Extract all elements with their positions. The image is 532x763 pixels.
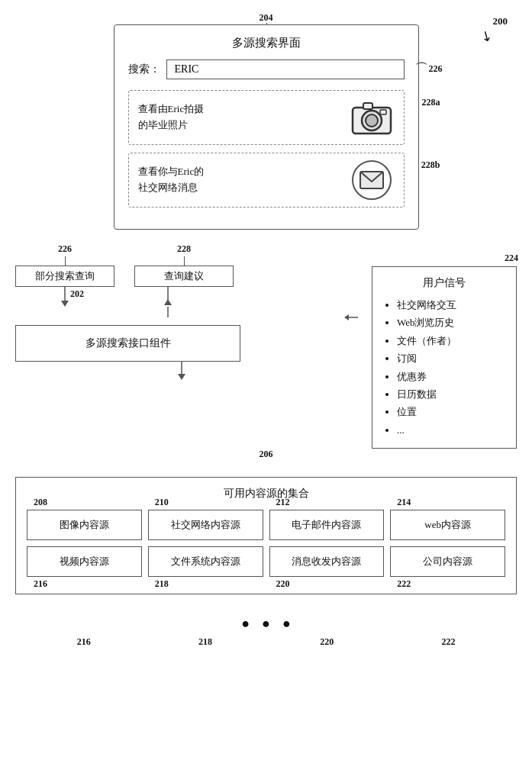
cell-214: 214 web内容源 <box>390 510 505 540</box>
svg-rect-3 <box>363 103 372 109</box>
dots-row: ● ● ● <box>15 616 517 632</box>
cell-208: 208 图像内容源 <box>27 510 142 540</box>
user-signal-area: 224 用户信号 社交网络交互 Web浏览历史 文件（作者） 订阅 优惠券 日历… <box>358 266 517 449</box>
svg-marker-11 <box>164 299 172 305</box>
mid-left-col: 226 部分搜索查询 228 查询建议 <box>15 243 347 383</box>
email-circle <box>352 160 392 200</box>
label-228a: 228a <box>422 97 440 108</box>
label-228b: 228b <box>421 159 440 171</box>
result-item-1: 查看由Eric拍摄 的毕业照片 <box>128 90 405 145</box>
label-220: 220 <box>276 578 290 590</box>
search-label: 搜索： <box>128 63 160 76</box>
label-226-mid: 226 <box>58 243 72 255</box>
signal-item-1: 社交网络交互 <box>397 296 505 314</box>
label-202: 202 <box>70 288 84 300</box>
cell-210: 210 社交网络内容源 <box>148 510 263 540</box>
signal-item-7: 位置 <box>397 403 505 420</box>
svg-marker-7 <box>61 301 69 307</box>
bottom-labels-row: 216 218 220 222 <box>15 636 517 648</box>
camera-icon <box>349 98 395 137</box>
cell-218: 218 文件系统内容源 <box>148 546 263 577</box>
labels-row: 226 部分搜索查询 228 查询建议 <box>15 243 347 287</box>
label-206: 206 <box>15 449 517 460</box>
email-icon <box>349 161 395 199</box>
down-connector-svg <box>159 362 205 383</box>
down-connector <box>15 362 347 383</box>
partial-query-box: 部分搜索查询 <box>15 266 114 287</box>
dot-2: ● <box>262 616 270 632</box>
search-ui-box: 多源搜索界面 搜索： ⌒ 226 查看由Eric拍摄 的毕业照片 <box>114 24 419 230</box>
bot-label-222: 222 <box>441 636 455 648</box>
middle-section: 226 部分搜索查询 228 查询建议 <box>15 243 517 449</box>
label-210: 210 <box>155 497 169 508</box>
signal-item-5: 优惠券 <box>397 368 505 385</box>
svg-marker-13 <box>178 374 185 380</box>
content-row-1: 208 图像内容源 210 社交网络内容源 212 电子邮件内容源 214 we… <box>27 510 505 540</box>
label-204: 204 <box>260 12 273 24</box>
bottom-area: 206 可用内容源的集合 208 图像内容源 210 社交网络内容源 212 电… <box>15 449 517 648</box>
query-suggestion-box: 查询建议 <box>134 266 234 287</box>
signal-item-4: 订阅 <box>397 349 505 367</box>
search-ui-title: 多源搜索界面 <box>128 36 405 50</box>
signal-item-8: ... <box>397 421 505 439</box>
label-228-mid: 228 <box>177 243 191 255</box>
camera-icon-svg <box>350 98 394 137</box>
label-222: 222 <box>397 578 411 590</box>
cell-212: 212 电子邮件内容源 <box>269 510 385 540</box>
envelope-icon-svg <box>360 171 384 189</box>
cell-216: 216 视频内容源 <box>27 546 142 577</box>
connector-228-top <box>184 256 185 266</box>
signal-item-3: 文件（作者） <box>397 332 505 349</box>
label-214: 214 <box>397 497 411 508</box>
label-218: 218 <box>155 578 169 590</box>
signal-arrow-svg <box>344 312 360 323</box>
component-box: 多源搜索接口组件 <box>15 325 240 362</box>
signal-arrow <box>344 312 360 326</box>
svg-marker-15 <box>344 314 349 320</box>
user-signal-box: 用户信号 社交网络交互 Web浏览历史 文件（作者） 订阅 优惠券 日历数据 位… <box>372 266 517 449</box>
dot-1: ● <box>241 616 250 632</box>
search-input[interactable] <box>166 60 405 79</box>
signal-item-6: 日历数据 <box>397 385 505 403</box>
dot-3: ● <box>282 616 291 632</box>
cell-222: 222 公司内容源 <box>390 546 505 577</box>
content-sources-box: 可用内容源的集合 208 图像内容源 210 社交网络内容源 212 电子邮件内… <box>15 477 517 594</box>
bot-label-216: 216 <box>77 636 91 648</box>
mid-connectors: 202 <box>15 287 347 317</box>
content-sources-title: 可用内容源的集合 <box>27 487 505 501</box>
result-item-2: 查看你与Eric的 社交网络消息 228b <box>128 153 405 208</box>
label-208: 208 <box>34 497 47 508</box>
bot-label-218: 218 <box>198 636 212 648</box>
label-224: 224 <box>505 253 518 264</box>
signal-list: 社交网络交互 Web浏览历史 文件（作者） 订阅 优惠券 日历数据 位置 ... <box>383 296 505 439</box>
result1-text: 查看由Eric拍摄 的毕业照片 <box>138 101 341 134</box>
signal-item-2: Web浏览历史 <box>397 314 505 331</box>
bot-label-220: 220 <box>320 636 334 648</box>
svg-point-2 <box>366 114 378 127</box>
cell-220: 220 消息收发内容源 <box>269 546 385 577</box>
svg-rect-4 <box>380 110 386 114</box>
label-216: 216 <box>34 578 47 590</box>
search-row: 搜索： ⌒ 226 <box>128 60 405 79</box>
result2-text: 查看你与Eric的 社交网络消息 <box>138 164 341 196</box>
content-row-2: 216 视频内容源 218 文件系统内容源 220 消息收发内容源 222 公司… <box>27 546 505 577</box>
label-226-input: ⌒ 226 <box>415 61 443 77</box>
user-signal-title: 用户信号 <box>383 276 505 290</box>
page: 200 ↙ 204 多源搜索界面 搜索： ⌒ 226 查看由Eric拍摄 <box>0 0 532 763</box>
connector-226-top <box>65 256 66 266</box>
mid-connector-svg <box>15 287 240 317</box>
label-212: 212 <box>276 497 290 508</box>
